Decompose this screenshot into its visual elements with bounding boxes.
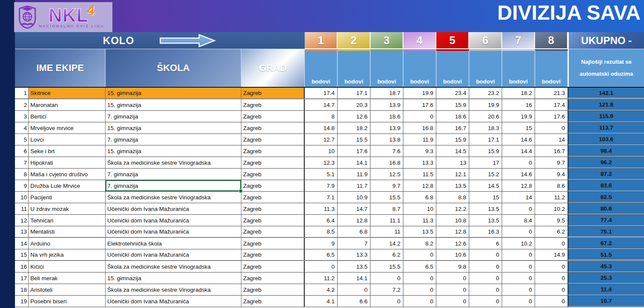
score-cell-round-2[interactable]: 7 [338,238,371,249]
rank-cell[interactable]: 2 [15,99,29,110]
score-cell-round-7[interactable]: 14.4 [502,145,535,157]
score-cell-round-1[interactable]: 7.9 [305,180,338,191]
team-cell[interactable]: Beli merak [29,272,106,284]
round-5-header-cell[interactable]: 5 [436,32,469,49]
score-cell-round-7[interactable]: 10.2 [502,238,535,249]
score-cell-round-5[interactable]: 18.6 [436,111,469,122]
score-cell-round-6[interactable]: 16.3 [469,226,502,237]
score-cell-round-3[interactable]: 8.7 [371,203,403,214]
total-cell[interactable]: 96.2 [568,157,644,168]
city-cell[interactable]: Zagreb [241,261,305,272]
score-cell-round-3[interactable]: 13.9 [371,99,403,110]
score-cell-round-1[interactable]: 8 [305,111,338,122]
score-cell-round-4[interactable]: 10 [403,203,436,214]
city-cell[interactable]: Zagreb [241,99,305,110]
city-cell[interactable]: Zagreb [241,296,305,307]
score-cell-round-6[interactable]: 0 [469,249,502,260]
points-header-cell-round-7[interactable]: bodovi [502,49,535,87]
total-cell[interactable]: 75.1 [568,226,644,237]
score-cell-round-3[interactable]: 14.2 [371,238,403,249]
score-cell-round-4[interactable]: 12.8 [403,180,436,191]
score-cell-round-6[interactable]: 23.2 [469,88,502,98]
score-cell-round-6[interactable]: 6 [469,238,502,249]
team-cell[interactable]: Mentalisti [29,226,106,237]
score-cell-round-5[interactable]: 15.9 [436,134,469,145]
round-7-header-cell[interactable]: 7 [502,32,535,49]
score-cell-round-4[interactable]: 0 [403,296,436,307]
score-cell-round-7[interactable]: 0 [502,284,535,295]
round-6-header-cell[interactable]: 6 [469,32,502,49]
round-2-header-cell[interactable]: 2 [338,32,371,49]
points-header-cell-round-4[interactable]: bodovi [403,49,436,87]
total-cell[interactable]: 25.3 [568,272,644,284]
score-cell-round-5[interactable]: 12.6 [436,238,469,249]
points-header-cell-round-8[interactable]: bodovi [535,49,568,87]
score-cell-round-6[interactable]: 0 [469,284,502,295]
score-cell-round-5[interactable]: 12.1 [436,169,469,180]
score-cell-round-3[interactable]: 7.2 [371,284,403,295]
score-cell-round-4[interactable]: 0 [403,284,436,295]
rank-cell[interactable]: 18 [15,284,29,295]
score-cell-round-7[interactable]: 0 [502,226,535,237]
points-header-cell-round-3[interactable]: bodovi [371,49,403,87]
score-cell-round-8[interactable]: 17.6 [535,111,568,122]
score-cell-round-1[interactable]: 12.3 [305,157,338,168]
team-cell[interactable]: Kičići [29,261,106,272]
total-cell[interactable]: 83.6 [568,180,644,191]
score-cell-round-4[interactable]: 13.5 [403,226,436,237]
city-cell[interactable]: Zagreb [241,272,305,284]
score-cell-round-7[interactable]: 19.9 [502,111,535,122]
score-cell-round-2[interactable]: 14.1 [338,157,371,168]
city-cell[interactable]: Zagreb [241,111,305,122]
score-cell-round-3[interactable]: 16.8 [371,157,403,168]
score-cell-round-7[interactable]: 0 [502,203,535,214]
score-cell-round-7[interactable]: 0 [502,272,535,284]
total-cell[interactable]: 98.4 [568,145,644,157]
score-cell-round-8[interactable]: 10.2 [535,203,568,214]
score-cell-round-1[interactable]: 11.3 [305,203,338,214]
rank-cell[interactable]: 7 [15,157,29,168]
rank-cell[interactable]: 13 [15,226,29,237]
score-cell-round-8[interactable]: 0 [535,272,568,284]
school-cell[interactable]: Elektrotehnička škola [106,238,241,249]
score-cell-round-5[interactable]: 0 [436,284,469,295]
team-cell[interactable]: U zdrav mozak [29,203,106,214]
score-cell-round-4[interactable]: 8.2 [403,238,436,249]
score-cell-round-1[interactable]: 14.8 [305,122,338,133]
total-cell[interactable]: 10.7 [568,296,644,307]
score-cell-round-1[interactable]: 14.7 [305,99,338,110]
score-cell-round-3[interactable]: 12.5 [371,169,403,180]
score-cell-round-8[interactable]: 9.4 [535,169,568,180]
score-cell-round-3[interactable]: 13.9 [371,122,403,133]
team-cell[interactable]: Lovci [29,134,106,145]
score-cell-round-6[interactable]: 19.9 [469,99,502,110]
score-cell-round-1[interactable]: 6.4 [305,215,338,226]
rank-cell[interactable]: 12 [15,215,29,226]
score-cell-round-8[interactable]: 6.2 [535,226,568,237]
score-cell-round-1[interactable]: 17.4 [305,88,338,98]
round-3-header-cell[interactable]: 3 [371,32,403,49]
score-cell-round-8[interactable]: 0 [535,296,568,307]
rank-cell[interactable]: 9 [15,180,29,191]
score-cell-round-4[interactable]: 13.3 [403,157,436,168]
school-cell[interactable]: 7. gimnazija [106,180,241,191]
score-cell-round-3[interactable]: 7.6 [371,145,403,157]
score-cell-round-6[interactable]: 15 [469,192,502,203]
score-cell-round-1[interactable]: 10 [305,145,338,157]
score-cell-round-5[interactable]: 12.2 [436,203,469,214]
score-cell-round-3[interactable]: 0 [371,272,403,284]
school-cell[interactable]: Učenički dom Ivana Mažuranića [106,226,241,237]
score-cell-round-4[interactable]: 19.9 [403,88,436,98]
team-column-header[interactable]: IME EKIPE [15,49,106,87]
score-cell-round-8[interactable]: 9.7 [535,157,568,168]
score-cell-round-3[interactable]: 11.1 [371,215,403,226]
score-cell-round-1[interactable]: 0 [305,261,338,272]
score-cell-round-3[interactable]: 11 [371,226,403,237]
team-cell[interactable]: Hipokrati [29,157,106,168]
score-cell-round-5[interactable]: 23.4 [436,88,469,98]
score-cell-round-4[interactable]: 11.5 [403,169,436,180]
total-cell[interactable]: 113.7 [568,122,644,133]
rank-cell[interactable]: 8 [15,169,29,180]
team-cell[interactable]: Mrveljove mrvice [29,122,106,133]
rank-cell[interactable]: 10 [15,192,29,203]
